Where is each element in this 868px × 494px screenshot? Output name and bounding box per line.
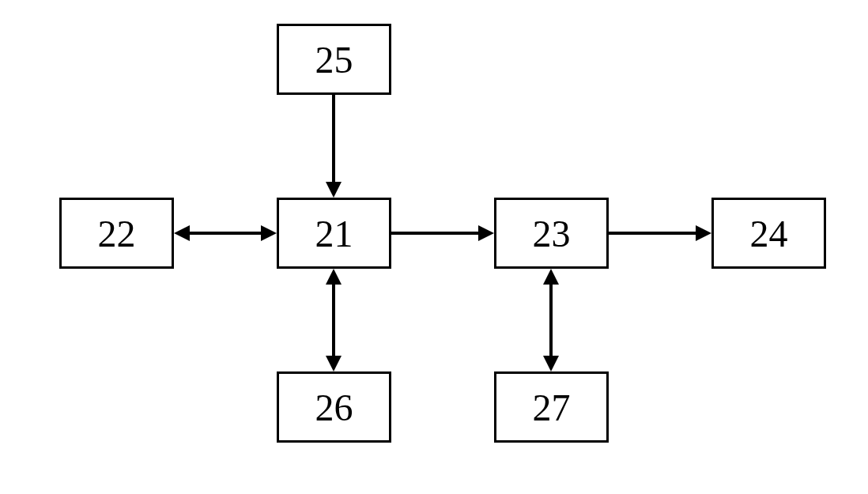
node-25: 25 [277,24,391,95]
arrow-22-21-head-left [174,225,190,241]
node-26: 26 [277,371,391,443]
node-22: 22 [59,198,174,269]
node-26-label: 26 [315,386,353,429]
arrow-23-24-head [696,225,711,241]
node-25-label: 25 [315,38,353,81]
arrow-21-23-head [478,225,494,241]
node-21: 21 [277,198,391,269]
arrow-21-26-head-up [326,269,342,285]
edge-21-23 [391,232,482,235]
edge-21-26 [332,281,335,360]
node-24-label: 24 [750,212,788,255]
arrow-21-26-head-down [326,356,342,371]
node-24: 24 [711,198,826,269]
edge-25-21 [332,95,335,186]
edge-23-27 [549,281,553,360]
node-27: 27 [494,371,609,443]
arrow-22-21-head-right [261,225,277,241]
node-23: 23 [494,198,609,269]
edge-22-21 [186,232,265,235]
node-23-label: 23 [533,212,571,255]
node-22-label: 22 [98,212,136,255]
node-27-label: 27 [533,386,571,429]
arrow-23-27-head-up [543,269,559,285]
arrow-25-21-head [326,182,342,198]
edge-23-24 [609,232,700,235]
node-21-label: 21 [315,212,353,255]
arrow-23-27-head-down [543,356,559,371]
